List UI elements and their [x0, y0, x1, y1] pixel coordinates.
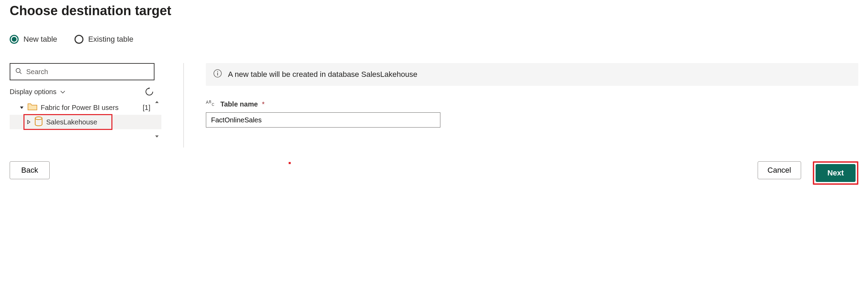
table-name-input[interactable]	[206, 112, 440, 128]
scroll-down-icon	[154, 135, 159, 138]
scroll-up-icon	[154, 100, 159, 104]
svg-point-4	[217, 71, 218, 72]
table-name-label: Table name	[220, 100, 258, 108]
existing-table-label: Existing table	[88, 35, 133, 44]
cancel-button[interactable]: Cancel	[758, 161, 801, 179]
radio-unchecked-icon	[74, 35, 83, 44]
back-button[interactable]: Back	[10, 161, 50, 179]
svg-text:A: A	[206, 100, 209, 105]
annotation-dot	[289, 162, 291, 164]
table-name-label-row: ABC Table name *	[206, 100, 858, 109]
next-button[interactable]: Next	[816, 164, 856, 182]
svg-text:C: C	[212, 103, 214, 106]
page-title: Choose destination target	[10, 3, 858, 18]
tree-workspace-row[interactable]: Fabric for Power BI users [1]	[10, 100, 161, 115]
folder-icon	[28, 103, 37, 112]
highlight-annotation-next: Next	[813, 161, 858, 185]
search-icon	[15, 68, 22, 76]
info-banner: A new table will be created in database …	[206, 63, 858, 86]
info-icon	[213, 69, 222, 80]
display-options-label: Display options	[10, 88, 57, 96]
svg-point-0	[16, 69, 20, 73]
chevron-down-icon	[60, 88, 66, 96]
new-table-radio[interactable]: New table	[10, 35, 57, 44]
search-input[interactable]	[26, 68, 149, 76]
table-type-radiogroup: New table Existing table	[10, 35, 858, 44]
refresh-button[interactable]	[145, 87, 154, 96]
svg-rect-5	[217, 73, 218, 75]
svg-text:B: B	[209, 100, 211, 104]
radio-checked-icon	[10, 35, 19, 44]
info-banner-text: A new table will be created in database …	[228, 70, 417, 79]
svg-line-1	[20, 72, 22, 74]
tree-scrollbar[interactable]	[154, 100, 161, 138]
new-table-label: New table	[23, 35, 57, 44]
required-asterisk: *	[262, 100, 265, 108]
existing-table-radio[interactable]: Existing table	[74, 35, 133, 44]
tree-workspace-label: Fabric for Power BI users	[41, 104, 119, 112]
search-box[interactable]	[10, 63, 154, 80]
vertical-divider	[183, 63, 184, 148]
abc-type-icon: ABC	[206, 100, 216, 109]
expanded-caret-icon	[19, 104, 24, 112]
navigation-tree: Fabric for Power BI users [1] SalesLakeh…	[10, 100, 161, 129]
highlight-annotation	[23, 114, 112, 130]
display-options-dropdown[interactable]: Display options	[10, 88, 66, 96]
